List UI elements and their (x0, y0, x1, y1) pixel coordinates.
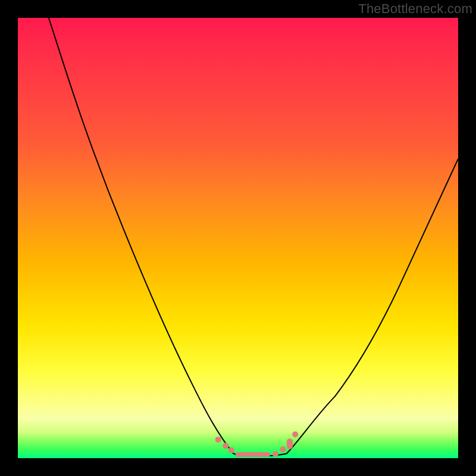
marker-pill (287, 439, 293, 449)
watermark-text: TheBottleneck.com (358, 1, 472, 17)
marker-pill (236, 452, 270, 457)
marker-dot (223, 443, 228, 449)
marker-dot (273, 451, 278, 457)
chart-frame: TheBottleneck.com (0, 0, 476, 476)
marker-dot (228, 447, 234, 453)
curve-right-arm (286, 159, 458, 454)
curve-left-arm (49, 18, 234, 454)
marker-dot (280, 446, 286, 452)
bottleneck-curve (18, 18, 458, 458)
marker-dot (292, 431, 298, 437)
marker-dot (215, 437, 221, 443)
plot-area (18, 18, 458, 458)
